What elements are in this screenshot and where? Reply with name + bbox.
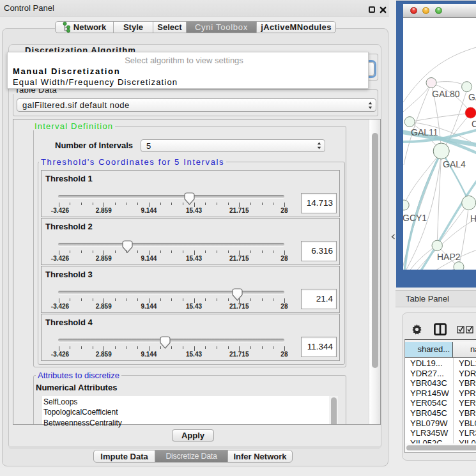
- svg-text:C: C: [472, 119, 476, 129]
- svg-text:GCY1: GCY1: [403, 213, 427, 223]
- svg-text:GAL4: GAL4: [443, 159, 466, 169]
- svg-text:GAL11: GAL11: [411, 127, 438, 137]
- svg-text:HAP2: HAP2: [437, 252, 461, 262]
- svg-text:H: H: [470, 213, 476, 224]
- svg-text:GAL80: GAL80: [432, 89, 460, 99]
- svg-text:GA: GA: [468, 92, 476, 102]
